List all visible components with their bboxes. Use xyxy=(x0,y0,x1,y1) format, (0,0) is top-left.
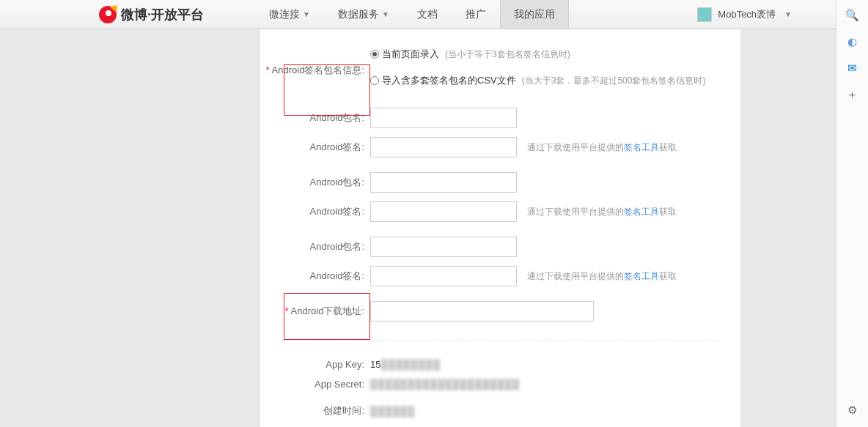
value-app-secret: ████████████████████ xyxy=(370,379,520,390)
chevron-down-icon: ▼ xyxy=(382,10,389,18)
input-android-sign-3[interactable] xyxy=(370,266,517,286)
nav-micro-connect[interactable]: 微连接▼ xyxy=(255,0,324,29)
nav-promote[interactable]: 推广 xyxy=(452,0,500,29)
label-android-package: Android包名: xyxy=(260,176,370,189)
user-menu[interactable]: MobTech袤博 ▼ xyxy=(697,7,792,22)
label-app-secret: App Secret: xyxy=(260,379,370,390)
input-android-sign-1[interactable] xyxy=(370,137,517,157)
link-sign-tool[interactable]: 签名工具 xyxy=(624,142,659,152)
nav: 微连接▼ 数据服务▼ 文档 推广 我的应用 xyxy=(255,0,569,29)
logo-title: 微博·开放平台 xyxy=(121,6,204,23)
radio-current-page[interactable] xyxy=(370,50,379,59)
right-sidebar: 🔍 ◐ ✉ ＋ ⚙ xyxy=(836,0,868,427)
link-sign-tool[interactable]: 签名工具 xyxy=(624,207,659,217)
outlook-icon[interactable]: ✉ xyxy=(846,62,859,75)
username: MobTech袤博 xyxy=(718,8,776,21)
link-sign-tool[interactable]: 签名工具 xyxy=(624,271,659,281)
copilot-icon[interactable]: ◐ xyxy=(846,35,859,48)
label-app-key: App Key: xyxy=(260,359,370,370)
gear-icon[interactable]: ⚙ xyxy=(846,404,859,417)
hint-sign-tool: 通过下载使用平台提供的签名工具获取 xyxy=(527,270,677,283)
nav-docs[interactable]: 文档 xyxy=(403,0,452,29)
chevron-down-icon: ▼ xyxy=(303,10,310,18)
label-android-sign: Android签名: xyxy=(260,270,370,283)
input-android-package-1[interactable] xyxy=(370,108,517,128)
search-icon[interactable]: 🔍 xyxy=(846,9,859,22)
form: Android签名包名信息: 当前页面录入 (当小于等于3套包名签名信息时) 导… xyxy=(260,29,740,427)
label-android-package: Android包名: xyxy=(260,240,370,253)
hint-sign-tool: 通过下载使用平台提供的签名工具获取 xyxy=(527,141,677,154)
logo[interactable]: 微博·开放平台 xyxy=(99,6,204,23)
hint-sign-tool: 通过下载使用平台提供的签名工具获取 xyxy=(527,206,677,218)
divider xyxy=(282,340,718,341)
label-android-sign-info: Android签名包名信息: xyxy=(260,64,370,77)
input-android-sign-2[interactable] xyxy=(370,201,517,222)
label-android-package: Android包名: xyxy=(260,111,370,125)
nav-my-apps[interactable]: 我的应用 xyxy=(500,0,569,29)
value-create-time: ██████ xyxy=(370,406,415,417)
radio-csv-import[interactable] xyxy=(370,76,379,85)
chevron-down-icon: ▼ xyxy=(784,10,792,18)
input-android-download[interactable] xyxy=(370,301,594,322)
label-create-time: 创建时间: xyxy=(260,404,370,417)
label-android-download: Android下载地址: xyxy=(260,305,370,318)
nav-data-service[interactable]: 数据服务▼ xyxy=(324,0,403,29)
plus-icon[interactable]: ＋ xyxy=(846,88,859,101)
avatar-icon xyxy=(697,7,712,22)
weibo-eye-icon xyxy=(99,6,117,23)
value-app-key: 15████████ xyxy=(370,359,441,370)
input-android-package-3[interactable] xyxy=(370,237,517,257)
header: 微博·开放平台 微连接▼ 数据服务▼ 文档 推广 我的应用 MobTech袤博 … xyxy=(0,0,836,29)
label-android-sign: Android签名: xyxy=(260,205,370,218)
label-android-sign: Android签名: xyxy=(260,141,370,154)
input-android-package-2[interactable] xyxy=(370,172,517,193)
